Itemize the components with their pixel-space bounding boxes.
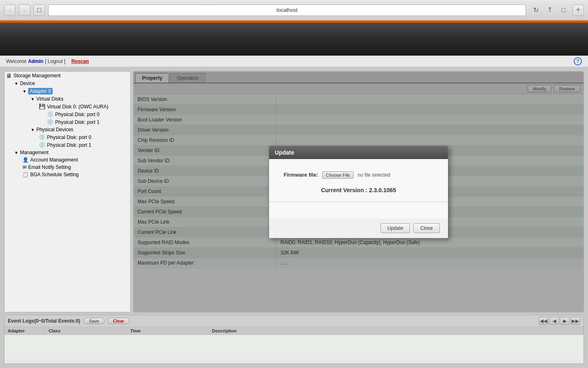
sidebar-item-virtual-disks[interactable]: ▼ Virtual Disks bbox=[4, 95, 130, 103]
phys0-icon: 💿 bbox=[39, 134, 45, 140]
tab-button[interactable]: □ bbox=[558, 4, 569, 16]
adapter-expand-icon: ▼ bbox=[22, 89, 27, 94]
admin-link[interactable]: Admin bbox=[28, 58, 43, 64]
welcome-text: Welcome bbox=[6, 58, 27, 64]
refresh-button[interactable]: ↻ bbox=[531, 5, 541, 15]
update-modal: Update Firmware file: Choose File no fil… bbox=[269, 146, 448, 238]
storage-management-label: Storage Management bbox=[13, 73, 60, 79]
management-label: Management bbox=[20, 150, 49, 155]
col-description: Description bbox=[209, 327, 584, 334]
phys-disk-vd-port0-label: Physical Disk: port 0 bbox=[55, 112, 100, 117]
vd0-icon: 💾 bbox=[39, 103, 45, 110]
logout-link[interactable]: [ Logout ] bbox=[45, 58, 65, 64]
sidebar-item-account-management[interactable]: 👤 Account Management bbox=[4, 156, 130, 164]
modal-footer: Update Close bbox=[269, 218, 448, 238]
sidebar-item-device[interactable]: ▼ Device bbox=[4, 80, 130, 87]
sidebar-item-email-notify[interactable]: ✉ Email Notify Setting bbox=[4, 164, 130, 171]
modal-title-bar: Update bbox=[269, 146, 448, 159]
event-logs-title: Event Logs(0~0/Total Events:0) bbox=[8, 318, 80, 324]
adapter-label: Adapter 0 bbox=[28, 88, 53, 94]
browser-actions: ⤒ □ bbox=[544, 4, 569, 16]
log-last-button[interactable]: ▶▶ bbox=[570, 317, 580, 325]
bga-icon: 📋 bbox=[22, 172, 29, 177]
phys-disk-vd-port1-label: Physical Disk: port 1 bbox=[55, 119, 100, 125]
phys-vd1-icon: 💿 bbox=[47, 119, 53, 125]
phys-disk-port0-label: Physical Disk: port 0 bbox=[47, 135, 91, 140]
app-header bbox=[0, 23, 588, 56]
share-button[interactable]: ⤒ bbox=[544, 4, 555, 16]
sidebar-item-management[interactable]: ▼ Management bbox=[4, 149, 130, 156]
save-log-button[interactable]: Save bbox=[84, 318, 105, 324]
pd-expand-icon: ▼ bbox=[31, 128, 35, 132]
mgmt-expand-icon: ▼ bbox=[14, 150, 18, 155]
sidebar-item-adapter[interactable]: ▼ Adapter 0 bbox=[4, 87, 130, 95]
close-button[interactable]: Close bbox=[413, 223, 440, 233]
modal-divider bbox=[269, 202, 448, 202]
sidebar-item-bga-schedule[interactable]: 📋 BGA Schedule Setting bbox=[4, 171, 130, 178]
current-version: Current Version : 2.3.0.1065 bbox=[277, 187, 440, 193]
main-container: 🖥 Storage Management ▼ Device ▼ Adapter … bbox=[0, 67, 588, 368]
firmware-row: Firmware file: Choose File no file selec… bbox=[277, 171, 440, 179]
sidebar-item-vd0[interactable]: 💾 Virtual Disk 0: (OWC AURA) bbox=[4, 103, 130, 110]
sidebar-item-phys-disk-vd-port0[interactable]: 💿 Physical Disk: port 0 bbox=[4, 110, 130, 118]
vd-expand-icon: ▼ bbox=[31, 97, 35, 101]
modal-body: Firmware file: Choose File no file selec… bbox=[269, 159, 448, 218]
event-logs-header: Event Logs(0~0/Total Events:0) Save Clea… bbox=[4, 315, 584, 327]
sidebar-item-storage-management[interactable]: 🖥 Storage Management bbox=[4, 72, 130, 80]
address-bar[interactable]: localhost bbox=[48, 4, 526, 16]
email-notify-label: Email Notify Setting bbox=[28, 164, 71, 170]
choose-file-button[interactable]: Choose File bbox=[322, 171, 354, 179]
sidebar: 🖥 Storage Management ▼ Device ▼ Adapter … bbox=[4, 71, 131, 312]
event-rows bbox=[4, 335, 584, 359]
sidebar-item-phys-disk-port1[interactable]: 💿 Physical Disk: port 1 bbox=[4, 141, 130, 149]
sidebar-item-phys-disk-port0[interactable]: 💿 Physical Disk: port 0 bbox=[4, 133, 130, 141]
col-time: Time bbox=[127, 327, 209, 334]
log-next-button[interactable]: ▶ bbox=[560, 317, 570, 325]
event-table: Adapter Class Time Description bbox=[4, 327, 584, 364]
content-area: 🖥 Storage Management ▼ Device ▼ Adapter … bbox=[4, 71, 584, 312]
phys1-icon: 💿 bbox=[39, 142, 45, 148]
device-expand-icon: ▼ bbox=[14, 81, 18, 86]
email-icon: ✉ bbox=[22, 164, 27, 170]
back-button[interactable]: ‹ bbox=[4, 4, 16, 16]
url-text: localhost bbox=[276, 7, 297, 13]
physical-devices-label: Physical Devices bbox=[36, 127, 74, 132]
browser-chrome: ‹ › ☐ localhost ↻ ⤒ □ + bbox=[0, 0, 588, 20]
virtual-disks-label: Virtual Disks bbox=[36, 96, 63, 102]
phys-disk-port1-label: Physical Disk: port 1 bbox=[47, 142, 91, 148]
help-icon[interactable]: ? bbox=[574, 57, 582, 65]
event-table-header: Adapter Class Time Description bbox=[4, 327, 584, 335]
firmware-label: Firmware file: bbox=[277, 172, 318, 178]
no-file-text: no file selected bbox=[358, 172, 390, 178]
col-class: Class bbox=[45, 327, 127, 334]
event-logs: Event Logs(0~0/Total Events:0) Save Clea… bbox=[4, 315, 584, 364]
account-management-label: Account Management bbox=[30, 157, 78, 163]
col-adapter: Adapter bbox=[4, 327, 45, 334]
account-icon: 👤 bbox=[22, 157, 29, 163]
sidebar-item-phys-disk-vd-port1[interactable]: 💿 Physical Disk: port 1 bbox=[4, 118, 130, 126]
clear-log-button[interactable]: Clear bbox=[108, 318, 130, 324]
modal-title: Update bbox=[275, 149, 294, 156]
update-button[interactable]: Update bbox=[381, 223, 410, 233]
log-nav-buttons: ◀◀ ◀ ▶ ▶▶ bbox=[539, 317, 580, 325]
storage-icon: 🖥 bbox=[6, 72, 12, 79]
forward-button[interactable]: › bbox=[19, 4, 30, 16]
sidebar-item-physical-devices[interactable]: ▼ Physical Devices bbox=[4, 126, 130, 133]
rescan-link[interactable]: Rescan bbox=[71, 58, 89, 64]
right-content: Property Operation Modify Restore BIOS V… bbox=[133, 71, 584, 312]
log-prev-button[interactable]: ◀ bbox=[549, 317, 559, 325]
vd0-label: Virtual Disk 0: (OWC AURA) bbox=[47, 104, 108, 110]
welcome-bar: Welcome Admin [ Logout ] Rescan ? bbox=[0, 56, 588, 67]
new-tab-button[interactable]: + bbox=[572, 4, 584, 16]
modal-overlay: Update Firmware file: Choose File no fil… bbox=[134, 72, 584, 312]
bga-schedule-label: BGA Schedule Setting bbox=[30, 172, 79, 177]
phys-vd0-icon: 💿 bbox=[47, 111, 53, 117]
log-first-button[interactable]: ◀◀ bbox=[539, 317, 548, 325]
device-label: Device bbox=[20, 81, 35, 86]
stop-button[interactable]: ☐ bbox=[33, 4, 45, 16]
